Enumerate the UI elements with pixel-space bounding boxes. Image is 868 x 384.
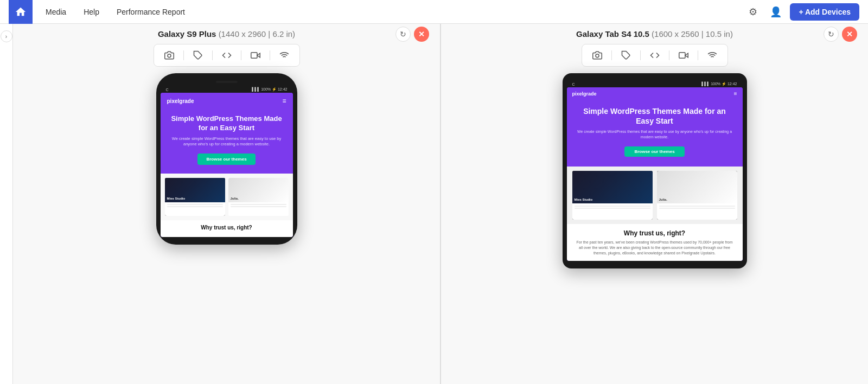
phone-notch bbox=[216, 81, 238, 83]
camera-icon[interactable] bbox=[162, 48, 177, 63]
tablet-trust: Why trust us, right? For the past ten ye… bbox=[567, 224, 743, 261]
toolbar-sep-2 bbox=[212, 50, 213, 60]
close-button-tablet[interactable]: ✕ bbox=[842, 27, 857, 42]
device-title-tablet: Galaxy Tab S4 10.5 (1600 x 2560 | 10.5 i… bbox=[576, 29, 733, 39]
phone-subtext: We create simple WordPress themes that a… bbox=[167, 136, 286, 148]
toolbar-sep-t2 bbox=[640, 50, 641, 60]
tablet-subtext: We create simple WordPress themes that a… bbox=[576, 129, 734, 140]
wifi-icon[interactable] bbox=[277, 48, 292, 63]
theme-card-julia: Julia. bbox=[228, 178, 289, 216]
tablet-hero: Simple WordPress Themes Made for an Easy… bbox=[567, 100, 743, 167]
tablet-theme-body-julia bbox=[657, 203, 737, 220]
tablet-site-header: pixelgrade ≡ bbox=[567, 87, 743, 100]
phone-hero: Simple WordPress Themes Made for an Easy… bbox=[161, 109, 293, 174]
tablet-theme-mies: Mies Studio bbox=[572, 171, 653, 220]
settings-button[interactable]: ⚙ bbox=[744, 3, 762, 21]
tablet-cta[interactable]: Browse our themes bbox=[624, 146, 684, 157]
device-header-phone: Galaxy S9 Plus (1440 x 2960 | 6.2 in) ↻ … bbox=[24, 29, 429, 39]
nav-help[interactable]: Help bbox=[77, 4, 106, 20]
theme-name-mies: Mies Studio bbox=[167, 197, 186, 200]
svg-rect-3 bbox=[251, 53, 257, 59]
toggle-btn[interactable]: › bbox=[1, 30, 12, 42]
phone-trust: Why trust us, right? bbox=[161, 220, 293, 237]
refresh-button-phone[interactable]: ↻ bbox=[395, 27, 411, 42]
side-toggle-panel[interactable]: › bbox=[0, 24, 13, 384]
tablet-mockup: C ▌▌▌ 100% ⚡ 12:42 pixelgrade ≡ Simple W… bbox=[563, 73, 747, 268]
code-icon[interactable] bbox=[219, 48, 234, 63]
topnav: Media Help Performance Report ⚙ 👤 + Add … bbox=[0, 0, 868, 24]
toolbar-sep-t3 bbox=[669, 50, 669, 60]
tag-icon[interactable] bbox=[190, 48, 206, 63]
nav-media[interactable]: Media bbox=[39, 4, 73, 20]
refresh-button-tablet[interactable]: ↻ bbox=[824, 27, 839, 42]
theme-name-julia: Julia. bbox=[231, 197, 239, 200]
phone-mockup: C ▌▌▌ 100% ⚡ 12:42 pixelgrade ≡ Simple W… bbox=[156, 73, 297, 245]
video-icon-tablet[interactable] bbox=[676, 48, 691, 63]
tag-icon-tablet[interactable] bbox=[618, 48, 634, 63]
tablet-theme-body-mies bbox=[572, 203, 653, 220]
device-toolbar-phone bbox=[154, 44, 300, 67]
device-panel-tablet: Galaxy Tab S4 10.5 (1600 x 2560 | 10.5 i… bbox=[441, 24, 868, 384]
add-devices-button[interactable]: + Add Devices bbox=[790, 3, 859, 21]
device-toolbar-tablet bbox=[582, 44, 728, 67]
phone-headline: Simple WordPress Themes Made for an Easy… bbox=[167, 114, 286, 133]
camera-icon-tablet[interactable] bbox=[590, 48, 605, 63]
tablet-theme-img-mies: Mies Studio bbox=[572, 171, 653, 203]
theme-card-img-julia: Julia. bbox=[228, 178, 289, 202]
phone-themes: Mies Studio Julia. bbox=[161, 174, 293, 220]
tablet-headline: Simple WordPress Themes Made for an Easy… bbox=[576, 106, 734, 126]
theme-card-body-mies bbox=[165, 202, 225, 216]
tablet-themes: Mies Studio Julia. bbox=[567, 167, 743, 224]
toolbar-sep-3 bbox=[241, 50, 241, 60]
svg-point-5 bbox=[596, 54, 599, 57]
svg-marker-2 bbox=[257, 53, 260, 57]
toolbar-sep-1 bbox=[183, 50, 184, 60]
theme-card-body-julia bbox=[228, 202, 289, 216]
theme-card-mies: Mies Studio bbox=[165, 178, 225, 216]
close-button-phone[interactable]: ✕ bbox=[414, 27, 429, 42]
nav-links: Media Help Performance Report bbox=[39, 4, 744, 20]
device-actions-phone: ↻ ✕ bbox=[395, 27, 429, 42]
device-panel-phone: Galaxy S9 Plus (1440 x 2960 | 6.2 in) ↻ … bbox=[13, 24, 441, 384]
phone-trust-heading: Why trust us, right? bbox=[167, 225, 286, 231]
device-title-phone: Galaxy S9 Plus (1440 x 2960 | 6.2 in) bbox=[158, 29, 295, 39]
home-icon bbox=[15, 6, 27, 18]
device-header-tablet: Galaxy Tab S4 10.5 (1600 x 2560 | 10.5 i… bbox=[452, 29, 857, 39]
theme-card-img-mies: Mies Studio bbox=[165, 178, 225, 202]
main-area: › Galaxy S9 Plus (1440 x 2960 | 6.2 in) … bbox=[0, 24, 868, 384]
phone-brand: pixelgrade bbox=[167, 98, 194, 104]
tablet-theme-name-mies: Mies Studio bbox=[575, 198, 593, 201]
code-icon-tablet[interactable] bbox=[647, 48, 662, 63]
wifi-icon-tablet[interactable] bbox=[705, 48, 720, 63]
phone-screen: pixelgrade ≡ Simple WordPress Themes Mad… bbox=[161, 93, 293, 237]
svg-point-0 bbox=[168, 54, 171, 57]
nav-performance-report[interactable]: Performance Report bbox=[110, 4, 192, 20]
logo[interactable] bbox=[9, 0, 33, 24]
devices-area: Galaxy S9 Plus (1440 x 2960 | 6.2 in) ↻ … bbox=[13, 24, 868, 384]
video-icon[interactable] bbox=[248, 48, 263, 63]
tablet-status-bar: C ▌▌▌ 100% ⚡ 12:42 bbox=[567, 81, 743, 87]
tablet-trust-heading: Why trust us, right? bbox=[576, 229, 734, 237]
device-actions-tablet: ↻ ✕ bbox=[824, 27, 857, 42]
phone-menu-icon: ≡ bbox=[282, 97, 286, 105]
user-button[interactable]: 👤 bbox=[767, 3, 784, 21]
tablet-theme-name-julia: Julia. bbox=[659, 198, 667, 201]
tablet-theme-img-julia: Julia. bbox=[657, 171, 737, 203]
tablet-screen: pixelgrade ≡ Simple WordPress Themes Mad… bbox=[567, 87, 743, 261]
toolbar-sep-4 bbox=[270, 50, 270, 60]
svg-rect-8 bbox=[679, 53, 685, 59]
phone-status-bar: C ▌▌▌ 100% ⚡ 12:42 bbox=[161, 86, 293, 93]
tablet-theme-julia: Julia. bbox=[657, 171, 737, 220]
tablet-trust-body: For the past ten years, we've been creat… bbox=[576, 240, 734, 255]
nav-actions: ⚙ 👤 + Add Devices bbox=[744, 3, 859, 21]
toolbar-sep-t4 bbox=[698, 50, 698, 60]
tablet-menu-icon: ≡ bbox=[734, 91, 737, 97]
phone-cta[interactable]: Browse our themes bbox=[197, 153, 255, 165]
tablet-brand: pixelgrade bbox=[572, 91, 597, 97]
toolbar-sep-t1 bbox=[611, 50, 612, 60]
phone-site-header: pixelgrade ≡ bbox=[161, 93, 293, 109]
svg-marker-7 bbox=[685, 53, 688, 57]
